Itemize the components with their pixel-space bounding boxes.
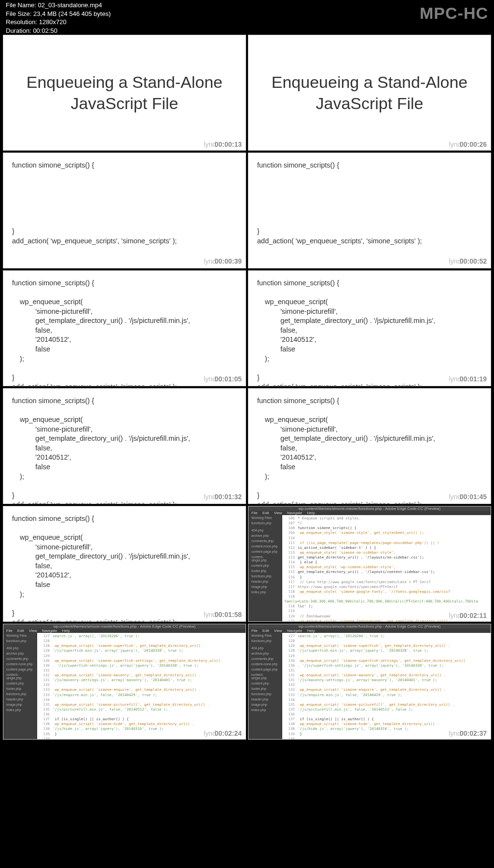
timestamp: lynd00:02:11 [449,612,487,619]
sidebar-item[interactable]: header.php [248,579,282,584]
app-watermark: MPC-HC [420,0,488,23]
sidebar-item[interactable]: header.php [248,697,282,702]
duration-value: 00:02:50 [33,27,57,34]
menu-item[interactable]: View [29,629,37,633]
sidebar-item[interactable]: content.php [248,681,282,686]
sidebar-item[interactable]: content-single.php [248,672,282,681]
editor-menubar: FileEditViewNavigateHelp [248,629,491,633]
code-slide[interactable]: function simone_scripts() { wp_enqueue_s… [3,270,246,386]
editor-code-area[interactable]: 127search.js', array(), '20120206', true… [37,633,246,740]
sidebar-item[interactable]: content.php [248,563,282,568]
code-slide[interactable]: function simone_scripts() { } add_action… [248,153,491,268]
sidebar-item[interactable]: index.php [248,589,282,595]
menu-item[interactable]: File [251,511,258,515]
sidebar-item[interactable]: 404.php [248,645,282,651]
code-slide[interactable]: function simone_scripts() { } add_action… [3,153,246,268]
menu-item[interactable]: Help [62,629,69,633]
code-slide[interactable]: function simone_scripts() { wp_enqueue_s… [248,270,491,386]
resolution-value: 1280x720 [39,18,67,26]
sidebar-item[interactable]: comments.php [3,656,37,661]
menu-item[interactable]: Edit [17,629,24,633]
timestamp: lynd00:01:32 [204,492,242,502]
sidebar-item[interactable]: 404.php [3,645,37,651]
sidebar-item[interactable]: content-page.php [248,549,282,554]
sidebar-item[interactable]: functions.php [248,638,282,644]
filesize-value: 23,4 MB (24 546 405 bytes) [33,10,110,17]
editor-code-area[interactable]: 106* Enqueue scripts and styles.107*/108… [282,515,491,622]
thumbnail[interactable]: Enqueueing a Stand-Alone JavaScript File… [3,35,246,151]
menu-item[interactable]: View [274,511,282,515]
sidebar-item[interactable]: functions.php [3,638,37,644]
filename-value: 02_03-standalone.mp4 [38,1,102,9]
menu-item[interactable]: Edit [262,511,269,515]
sidebar-item[interactable]: Working Files [248,515,282,520]
sidebar-item[interactable]: Working Files [248,633,282,638]
sidebar-item[interactable]: functions.php [248,691,282,697]
menu-item[interactable]: File [251,629,258,633]
sidebar-item[interactable]: content-none.php [248,544,282,549]
timestamp: lynd00:02:24 [204,729,242,737]
sidebar-item[interactable]: content-none.php [248,661,282,667]
timestamp: lynd00:01:19 [449,375,487,384]
code-slide[interactable]: function simone_scripts() { wp_enqueue_s… [3,388,246,504]
sidebar-item[interactable]: content.php [3,681,37,686]
thumbnail[interactable]: Enqueueing a Stand-Alone JavaScript File… [248,35,491,151]
duration-label: Duration: [6,27,31,34]
sidebar-item[interactable]: footer.php [248,568,282,574]
timestamp: lynd00:01:45 [449,492,487,502]
editor-titlebar: wp-content/themes/simone-master/function… [248,624,491,629]
thumbnail[interactable]: wp-content/themes/simone-master/function… [3,624,246,740]
menu-item[interactable]: Navigate [287,511,302,515]
sidebar-item[interactable]: archive.php [3,651,37,656]
sidebar-item[interactable]: comments.php [248,656,282,661]
sidebar-item[interactable]: archive.php [248,651,282,656]
sidebar-item[interactable]: content-none.php [3,661,37,667]
sidebar-item[interactable]: archive.php [248,533,282,538]
sidebar-item[interactable]: image.php [248,584,282,589]
timestamp: lynd00:00:26 [449,140,487,148]
code-slide[interactable]: function simone_scripts() { wp_enqueue_s… [248,388,491,504]
sidebar-item[interactable]: functions.php [248,520,282,526]
menu-item[interactable]: Help [307,629,315,633]
sidebar-item[interactable]: content-page.php [248,667,282,672]
sidebar-item[interactable]: functions.php [248,574,282,579]
sidebar-item[interactable]: header.php [3,697,37,702]
editor-titlebar: wp-content/themes/simone-master/function… [3,624,246,629]
sidebar-item[interactable]: image.php [248,702,282,707]
menu-item[interactable]: Edit [262,629,269,633]
menu-item[interactable]: File [6,629,13,633]
editor-code-area[interactable]: 127search.js', array(), '20120206', true… [282,633,491,740]
timestamp: lynd00:00:13 [204,140,242,148]
thumbnail[interactable]: wp-content/themes/simone-master/function… [248,624,491,740]
menu-item[interactable]: Navigate [42,629,57,633]
filename-label: File Name: [6,1,36,9]
menu-item[interactable]: Navigate [287,629,302,633]
sidebar-item[interactable]: index.php [248,707,282,713]
menu-item[interactable]: View [274,629,282,633]
resolution-label: Resolution: [6,18,37,26]
sidebar-item[interactable]: 404.php [248,528,282,533]
file-metadata: File Name: 02_03-standalone.mp4 File Siz… [6,0,111,35]
editor-sidebar: Working Filesfunctions.php404.phparchive… [248,633,282,740]
sidebar-item[interactable]: comments.php [248,538,282,544]
sidebar-item[interactable]: Working Files [3,633,37,638]
timestamp: lynd00:00:52 [449,257,487,266]
thumbnail[interactable]: wp-content/themes/simone-master/function… [248,506,491,622]
sidebar-item[interactable]: content-single.php [3,672,37,681]
timestamp: lynd00:01:58 [204,610,242,619]
filesize-label: File Size: [6,10,31,17]
sidebar-item[interactable]: footer.php [248,686,282,691]
sidebar-item[interactable]: content-page.php [3,667,37,672]
menu-item[interactable]: Help [307,511,315,515]
sidebar-item[interactable]: content-single.php [248,554,282,563]
slide-title: Enqueueing a Stand-Alone JavaScript File [272,71,467,114]
editor-menubar: FileEditViewNavigateHelp [3,629,246,633]
sidebar-item[interactable]: functions.php [3,691,37,697]
thumbnail-grid: Enqueueing a Stand-Alone JavaScript File… [3,35,491,740]
sidebar-item[interactable]: footer.php [3,686,37,691]
sidebar-item[interactable]: image.php [3,702,37,707]
code-slide[interactable]: function simone_scripts() { wp_enqueue_s… [3,506,246,622]
timestamp: lynd00:00:39 [204,257,242,266]
sidebar-item[interactable]: index.php [3,707,37,713]
editor-menubar: FileEditViewNavigateHelp [248,511,491,515]
